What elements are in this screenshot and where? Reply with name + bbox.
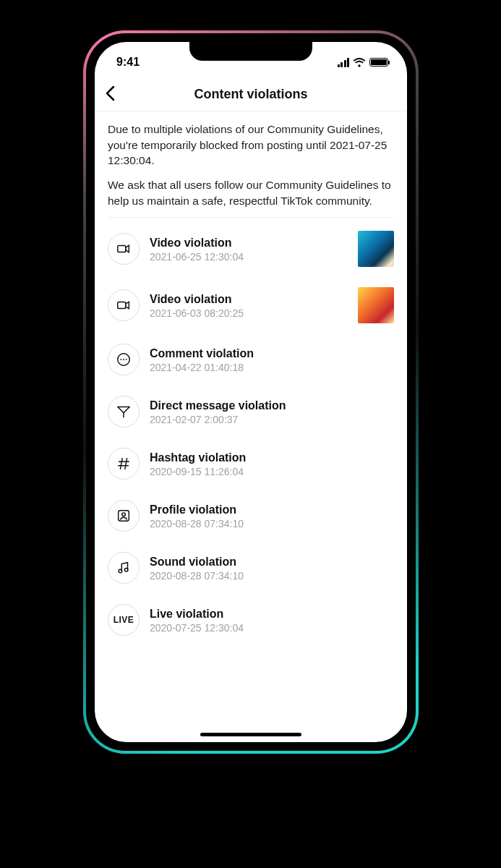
phone-frame: 9:41: [83, 30, 419, 754]
divider: [108, 217, 394, 218]
svg-point-13: [119, 570, 122, 574]
profile-icon: [108, 500, 140, 532]
violation-timestamp: 2020-07-25 12:30:04: [150, 622, 394, 634]
violation-title: Video violation: [150, 236, 348, 250]
blocked-notice-line2: We ask that all users follow our Communi…: [108, 177, 394, 208]
wifi-icon: [353, 58, 366, 67]
video-icon: [108, 233, 140, 265]
violation-row[interactable]: Direct message violation2021-02-07 2:00:…: [108, 386, 394, 438]
video-icon: [108, 289, 140, 321]
violation-row[interactable]: LIVELive violation2020-07-25 12:30:04: [108, 594, 394, 646]
svg-point-3: [120, 359, 121, 361]
chevron-left-icon: [105, 85, 115, 101]
violation-timestamp: 2021-02-07 2:00:37: [150, 414, 394, 425]
comment-icon: [108, 344, 140, 375]
live-icon: LIVE: [108, 604, 140, 636]
violation-title: Profile violation: [150, 503, 394, 517]
violation-timestamp: 2020-09-15 11:26:04: [150, 466, 394, 477]
cellular-signal-icon: [338, 58, 350, 67]
violation-title: Direct message violation: [150, 399, 394, 413]
content-area: Due to multiple violations of our Commun…: [95, 111, 407, 742]
violation-title: Hashtag violation: [150, 451, 394, 465]
svg-rect-1: [118, 302, 126, 309]
violation-text: Sound violation2020-08-28 07:34:10: [150, 555, 394, 582]
violation-thumbnail: [358, 231, 394, 267]
violation-text: Profile violation2020-08-28 07:34:10: [150, 503, 394, 529]
violation-title: Sound violation: [150, 555, 394, 569]
back-button[interactable]: [105, 85, 115, 104]
hashtag-icon: [108, 448, 140, 480]
svg-point-14: [124, 569, 128, 572]
violation-row[interactable]: Video violation2021-06-03 08:20:25: [108, 277, 394, 333]
navigation-bar: Content violations: [95, 78, 407, 111]
sound-icon: [108, 552, 140, 584]
violations-list: Video violation2021-06-25 12:30:04Video …: [108, 221, 394, 646]
phone-bezel: 9:41: [86, 33, 416, 751]
svg-rect-0: [118, 246, 126, 252]
violation-thumbnail: [358, 287, 394, 323]
page-title: Content violations: [95, 87, 407, 102]
violation-row[interactable]: Sound violation2020-08-28 07:34:10: [108, 542, 394, 594]
violation-text: Video violation2021-06-03 08:20:25: [150, 292, 348, 319]
violation-title: Comment violation: [150, 346, 394, 361]
dm-icon: [108, 396, 140, 427]
violation-title: Live violation: [150, 607, 394, 621]
violation-title: Video violation: [150, 292, 348, 307]
home-indicator[interactable]: [200, 733, 301, 736]
svg-point-12: [122, 513, 126, 516]
violation-text: Direct message violation2021-02-07 2:00:…: [150, 399, 394, 425]
violation-timestamp: 2020-08-28 07:34:10: [150, 518, 394, 529]
svg-point-4: [123, 359, 124, 361]
violation-timestamp: 2021-06-25 12:30:04: [150, 251, 348, 263]
violation-timestamp: 2021-06-03 08:20:25: [150, 307, 348, 319]
violation-text: Hashtag violation2020-09-15 11:26:04: [150, 451, 394, 477]
violation-timestamp: 2021-04-22 01:40:18: [150, 362, 394, 373]
violation-row[interactable]: Hashtag violation2020-09-15 11:26:04: [108, 438, 394, 490]
violation-text: Comment violation2021-04-22 01:40:18: [150, 346, 394, 373]
battery-icon: [369, 58, 388, 67]
violation-row[interactable]: Comment violation2021-04-22 01:40:18: [108, 333, 394, 386]
violation-row[interactable]: Profile violation2020-08-28 07:34:10: [108, 490, 394, 542]
status-time: 9:41: [116, 56, 140, 69]
phone-screen: 9:41: [95, 42, 407, 742]
violation-text: Live violation2020-07-25 12:30:04: [150, 607, 394, 634]
svg-line-10: [125, 459, 127, 469]
blocked-notice-line1: Due to multiple violations of our Commun…: [108, 122, 394, 169]
status-indicators: [338, 58, 389, 67]
violation-row[interactable]: Video violation2021-06-25 12:30:04: [108, 221, 394, 277]
violation-timestamp: 2020-08-28 07:34:10: [150, 570, 394, 582]
phone-notch: [189, 42, 312, 61]
svg-line-9: [120, 459, 122, 469]
svg-point-5: [126, 359, 127, 361]
violation-text: Video violation2021-06-25 12:30:04: [150, 236, 348, 263]
